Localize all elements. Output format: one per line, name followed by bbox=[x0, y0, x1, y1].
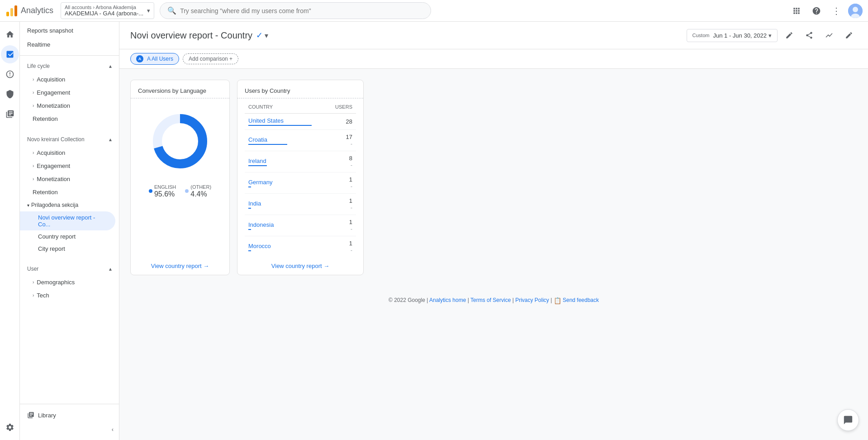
sidebar-item-realtime[interactable]: Realtime bbox=[20, 38, 115, 52]
sidebar-item-engagement-2[interactable]: › Engagement bbox=[20, 159, 115, 172]
status-dropdown-button[interactable]: ▾ bbox=[265, 31, 268, 40]
users-cell: 8- bbox=[315, 151, 356, 172]
sidebar-section-user: User ▴ › Demographics › Tech bbox=[20, 258, 119, 306]
country-cell: India bbox=[245, 194, 315, 215]
country-dash: - bbox=[351, 162, 352, 168]
sidebar-item-reports-snapshot[interactable]: Reports snapshot bbox=[20, 24, 115, 38]
apps-button[interactable] bbox=[788, 3, 805, 19]
table-header-row: COUNTRY USERS bbox=[245, 102, 356, 114]
terms-of-service-link[interactable]: Terms of Service bbox=[470, 297, 511, 303]
nav-advertising-button[interactable] bbox=[1, 85, 19, 103]
sidebar-item-label: Prilagođena sekcija bbox=[31, 202, 78, 208]
table-row: Indonesia1- bbox=[245, 215, 356, 236]
table-row: Morocco1- bbox=[245, 236, 356, 258]
help-button[interactable] bbox=[808, 3, 825, 19]
customize-button[interactable] bbox=[841, 27, 857, 43]
sidebar-sub-item-city-report[interactable]: City report bbox=[20, 243, 115, 255]
analytics-home-link[interactable]: Analytics home bbox=[429, 297, 466, 303]
country-name-link[interactable]: India bbox=[248, 200, 261, 207]
legend-label-other: (OTHER) bbox=[190, 184, 211, 190]
view-country-report-link-2[interactable]: View country report → bbox=[271, 263, 329, 269]
country-name-link[interactable]: Morocco bbox=[248, 243, 271, 249]
report-title-area: Novi overview report - Country ✓ ▾ bbox=[130, 30, 268, 41]
view-country-report-link-1[interactable]: View country report → bbox=[151, 263, 209, 269]
header-actions: Custom Jun 1 - Jun 30, 2022 ▾ bbox=[687, 27, 857, 43]
country-name-link[interactable]: Germany bbox=[248, 179, 272, 186]
sidebar-group-title: Novo kreirani Collection bbox=[27, 136, 85, 143]
share-button[interactable] bbox=[801, 27, 817, 43]
feedback-icon: 📋 bbox=[554, 297, 561, 304]
chevron-right-icon: › bbox=[33, 77, 34, 82]
svg-rect-0 bbox=[6, 12, 9, 16]
sidebar-sub-item-novi-overview[interactable]: Novi overview report - Co... bbox=[20, 211, 115, 230]
country-name-link[interactable]: Ireland bbox=[248, 158, 266, 164]
user-avatar[interactable] bbox=[848, 4, 863, 18]
logo-area: Analytics bbox=[5, 5, 55, 17]
search-icon: 🔍 bbox=[167, 6, 176, 15]
sidebar-item-monetization-1[interactable]: › Monetization bbox=[20, 99, 115, 112]
send-feedback-link[interactable]: Send feedback bbox=[563, 297, 599, 303]
date-range-picker[interactable]: Custom Jun 1 - Jun 30, 2022 ▾ bbox=[687, 29, 778, 42]
sidebar-item-label: Retention bbox=[33, 189, 58, 196]
country-dash: - bbox=[351, 183, 352, 190]
sidebar-item-retention-2[interactable]: Retention bbox=[20, 186, 115, 199]
sidebar-collapse-button[interactable]: ‹ bbox=[20, 422, 119, 436]
legend-value-other: 4.4% bbox=[190, 190, 211, 198]
sidebar-item-retention-1[interactable]: Retention bbox=[20, 112, 115, 125]
more-options-button[interactable]: ⋮ bbox=[828, 3, 844, 19]
cards-area: Conversions by Language bbox=[119, 69, 868, 286]
sidebar-group-user[interactable]: User ▴ bbox=[20, 262, 119, 276]
donut-chart-container bbox=[138, 102, 222, 180]
chevron-right-icon: › bbox=[33, 103, 34, 108]
analytics-logo bbox=[5, 5, 18, 17]
country-bar bbox=[248, 208, 251, 209]
nav-home-button[interactable] bbox=[1, 25, 19, 43]
sidebar-item-label: Novi overview report - Co... bbox=[38, 214, 108, 228]
sidebar-item-prilagodjena[interactable]: ▾ Prilagođena sekcija bbox=[20, 199, 115, 211]
sidebar-library-button[interactable]: Library bbox=[20, 408, 119, 422]
sidebar-item-monetization-2[interactable]: › Monetization bbox=[20, 172, 115, 186]
table-row: India1- bbox=[245, 194, 356, 215]
country-name-link[interactable]: Croatia bbox=[248, 136, 267, 143]
all-users-filter[interactable]: A A All Users bbox=[130, 53, 179, 65]
main-layout: Reports snapshot Realtime Life cycle ▴ ›… bbox=[0, 22, 868, 440]
country-name-link[interactable]: Indonesia bbox=[248, 221, 274, 228]
add-comparison-label: Add comparison + bbox=[189, 56, 232, 62]
search-input[interactable] bbox=[180, 7, 423, 14]
country-bar bbox=[248, 144, 287, 145]
chevron-right-icon: › bbox=[33, 150, 34, 155]
edit-report-button[interactable] bbox=[781, 27, 797, 43]
sidebar-item-tech[interactable]: › Tech bbox=[20, 289, 115, 302]
nav-configure-button[interactable] bbox=[1, 105, 19, 123]
sidebar-section-novo: Novo kreirani Collection ▴ › Acquisition… bbox=[20, 129, 119, 258]
sidebar-item-label: Retention bbox=[33, 115, 58, 122]
account-info: All accounts › Arbona Akademija AKADEMIJ… bbox=[65, 5, 143, 17]
sidebar-group-lifecycle[interactable]: Life cycle ▴ bbox=[20, 59, 119, 73]
insights-button[interactable] bbox=[821, 27, 837, 43]
sidebar-item-demographics[interactable]: › Demographics bbox=[20, 276, 115, 289]
country-name-link[interactable]: United States bbox=[248, 117, 284, 124]
add-comparison-button[interactable]: Add comparison + bbox=[183, 53, 238, 64]
nav-settings-button[interactable] bbox=[1, 418, 19, 436]
table-row: Croatia17- bbox=[245, 130, 356, 151]
account-selector[interactable]: All accounts › Arbona Akademija AKADEMIJ… bbox=[61, 2, 154, 19]
sidebar-item-acquisition-1[interactable]: › Acquisition bbox=[20, 73, 115, 86]
chat-button[interactable] bbox=[837, 409, 859, 431]
sidebar-item-acquisition-2[interactable]: › Acquisition bbox=[20, 146, 115, 159]
sidebar-sub-item-country-report[interactable]: Country report bbox=[20, 230, 115, 243]
country-bar bbox=[248, 250, 251, 251]
nav-reports-button[interactable] bbox=[1, 45, 19, 63]
country-cell: Morocco bbox=[245, 236, 315, 258]
users-cell: 1- bbox=[315, 236, 356, 258]
column-users: USERS bbox=[315, 102, 356, 114]
sidebar-group-novo[interactable]: Novo kreirani Collection ▴ bbox=[20, 133, 119, 146]
sidebar-top-items: Reports snapshot Realtime bbox=[20, 22, 119, 56]
card-footer-users: View country report → bbox=[237, 257, 363, 275]
search-bar[interactable]: 🔍 bbox=[160, 2, 431, 19]
date-range-label: Custom bbox=[693, 33, 710, 38]
chevron-up-icon: ▴ bbox=[109, 266, 112, 272]
nav-explore-button[interactable] bbox=[1, 65, 19, 83]
sidebar-item-engagement-1[interactable]: › Engagement bbox=[20, 86, 115, 99]
privacy-policy-link[interactable]: Privacy Policy bbox=[515, 297, 549, 303]
sidebar-item-label: Reports snapshot bbox=[27, 27, 73, 34]
